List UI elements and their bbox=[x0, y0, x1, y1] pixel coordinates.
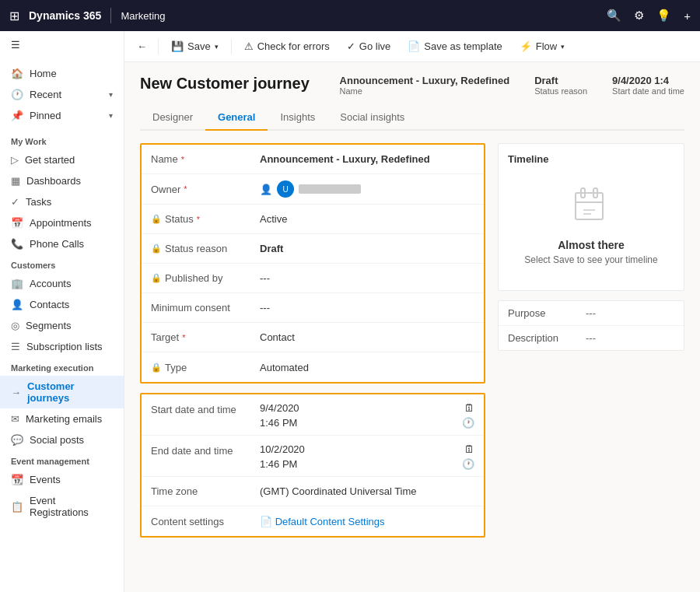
value-target[interactable]: Contact bbox=[260, 331, 474, 343]
save-label: Save bbox=[187, 40, 211, 52]
content-settings-icon: 📄 bbox=[260, 516, 275, 527]
sidebar-item-label: Recent bbox=[30, 89, 61, 100]
sidebar-item-label: Contacts bbox=[30, 299, 69, 310]
sidebar-item-home[interactable]: 🏠 Home bbox=[0, 63, 124, 84]
published-label-text: Published by bbox=[165, 272, 222, 284]
label-consent: Minimum consent bbox=[151, 302, 260, 314]
meta-name: Announcement - Luxury, Redefined Name bbox=[340, 75, 510, 96]
go-live-label: Go live bbox=[359, 40, 390, 52]
label-type: 🔒 Type bbox=[151, 362, 260, 373]
main-area: ← 💾 Save ▾ ⚠ Check for errors ✓ Go live … bbox=[124, 31, 700, 592]
purpose-row: Purpose --- bbox=[499, 301, 684, 326]
type-label-text: Type bbox=[165, 362, 187, 373]
sidebar-item-phone-calls[interactable]: 📞 Phone Calls bbox=[0, 233, 124, 254]
sidebar-item-accounts[interactable]: 🏢 Accounts bbox=[0, 273, 124, 294]
sidebar-item-label: Social posts bbox=[30, 434, 84, 446]
value-timezone[interactable]: (GMT) Coordinated Universal Time bbox=[260, 485, 474, 497]
tab-bar: Designer General Insights Social insight… bbox=[140, 105, 684, 131]
sidebar-item-subscription-lists[interactable]: ☰ Subscription lists bbox=[0, 336, 124, 357]
clock-icon[interactable]: 🕐 bbox=[462, 458, 474, 470]
value-owner[interactable]: 👤 U bbox=[260, 180, 474, 198]
save-template-button[interactable]: 📄 Save as template bbox=[400, 37, 509, 56]
label-status-reason: 🔒 Status reason bbox=[151, 243, 260, 254]
save-button[interactable]: 💾 Save ▾ bbox=[163, 37, 226, 56]
start-date-text: 9/4/2020 bbox=[260, 402, 299, 414]
timeline-empty-desc: Select Save to see your timeline bbox=[524, 254, 657, 265]
tab-general[interactable]: General bbox=[205, 105, 268, 131]
clock-icon[interactable]: 🕐 bbox=[462, 417, 474, 429]
status-label-text: Status bbox=[165, 213, 194, 225]
purpose-label: Purpose bbox=[508, 307, 586, 319]
sidebar-item-pinned[interactable]: 📌 Pinned ▾ bbox=[0, 105, 124, 126]
owner-field: 👤 U bbox=[260, 180, 474, 198]
sidebar-item-contacts[interactable]: 👤 Contacts bbox=[0, 294, 124, 315]
value-content-settings[interactable]: 📄 Default Content Settings bbox=[260, 516, 474, 527]
timeline-empty-icon bbox=[572, 187, 611, 233]
form-row-consent: Minimum consent --- bbox=[142, 293, 484, 323]
page-header-meta: Announcement - Luxury, Redefined Name Dr… bbox=[340, 75, 684, 96]
description-row: Description --- bbox=[499, 326, 684, 350]
content-settings-text: Default Content Settings bbox=[275, 516, 385, 527]
page-title: New Customer journey bbox=[140, 75, 310, 93]
sidebar-item-label: Marketing emails bbox=[26, 413, 102, 425]
value-end-date[interactable]: 10/2/2020 🗓 1:46 PM 🕐 bbox=[260, 443, 474, 470]
sidebar-item-label: Accounts bbox=[30, 278, 71, 289]
sidebar-item-social-posts[interactable]: 💬 Social posts bbox=[0, 429, 124, 450]
description-value[interactable]: --- bbox=[586, 332, 596, 344]
sidebar-item-segments[interactable]: ◎ Segments bbox=[0, 315, 124, 336]
sidebar-item-label: Dashboards bbox=[26, 175, 81, 187]
settings-icon[interactable]: ⚙ bbox=[634, 9, 644, 23]
required-indicator: * bbox=[184, 184, 187, 194]
tasks-icon: ✓ bbox=[11, 196, 19, 208]
app-grid-icon[interactable]: ⊞ bbox=[9, 9, 19, 23]
form-layout: Name * Announcement - Luxury, Redefined … bbox=[140, 143, 684, 547]
recent-icon: 🕐 bbox=[11, 89, 23, 100]
form-row-timezone: Time zone (GMT) Coordinated Universal Ti… bbox=[142, 477, 484, 506]
sidebar-item-marketing-emails[interactable]: ✉ Marketing emails bbox=[0, 408, 124, 429]
purpose-value[interactable]: --- bbox=[586, 307, 596, 319]
label-target: Target * bbox=[151, 331, 260, 343]
tab-social-insights[interactable]: Social insights bbox=[327, 105, 417, 131]
sidebar-item-tasks[interactable]: ✓ Tasks bbox=[0, 191, 124, 212]
owner-name bbox=[299, 184, 361, 194]
form-right: Timeline bbox=[498, 143, 684, 547]
check-errors-button[interactable]: ⚠ Check for errors bbox=[236, 37, 338, 56]
form-row-type: 🔒 Type Automated bbox=[142, 352, 484, 382]
events-icon: 📆 bbox=[11, 474, 23, 485]
go-live-button[interactable]: ✓ Go live bbox=[339, 37, 398, 56]
sidebar-item-appointments[interactable]: 📅 Appointments bbox=[0, 212, 124, 233]
sidebar-item-label: Get started bbox=[25, 154, 75, 166]
form-row-owner: Owner * 👤 U bbox=[142, 174, 484, 205]
value-start-date[interactable]: 9/4/2020 🗓 1:46 PM 🕐 bbox=[260, 402, 474, 429]
sidebar-item-get-started[interactable]: ▷ Get started bbox=[0, 149, 124, 170]
sidebar-item-label: Phone Calls bbox=[30, 238, 84, 250]
sidebar-item-customer-journeys[interactable]: → Customer journeys bbox=[0, 376, 124, 408]
owner-label-text: Owner bbox=[151, 184, 180, 195]
timeline-empty-state: Almost there Select Save to see your tim… bbox=[508, 171, 674, 281]
sidebar-top-nav: 🏠 Home 🕐 Recent ▾ 📌 Pinned ▾ bbox=[0, 58, 124, 131]
value-name[interactable]: Announcement - Luxury, Redefined bbox=[260, 153, 474, 165]
social-icon: 💬 bbox=[11, 434, 23, 446]
tab-designer[interactable]: Designer bbox=[140, 105, 205, 131]
form-left: Name * Announcement - Luxury, Redefined … bbox=[140, 143, 485, 547]
add-icon[interactable]: + bbox=[684, 9, 691, 23]
search-icon[interactable]: 🔍 bbox=[607, 9, 621, 23]
expand-icon: ▾ bbox=[109, 90, 113, 99]
help-icon[interactable]: 💡 bbox=[656, 9, 671, 23]
sidebar-item-event-registrations[interactable]: 📋 Event Registrations bbox=[0, 490, 124, 523]
tab-insights[interactable]: Insights bbox=[268, 105, 327, 131]
label-status: 🔒 Status * bbox=[151, 213, 260, 225]
sidebar-item-label: Segments bbox=[26, 320, 72, 331]
flow-dropdown-icon: ▾ bbox=[561, 43, 565, 51]
sidebar-item-recent[interactable]: 🕐 Recent ▾ bbox=[0, 84, 124, 105]
calendar-icon[interactable]: 🗓 bbox=[464, 443, 474, 455]
flow-button[interactable]: ⚡ Flow ▾ bbox=[512, 37, 572, 56]
back-button[interactable]: ← bbox=[131, 37, 153, 56]
calendar-icon[interactable]: 🗓 bbox=[464, 402, 474, 414]
sidebar-toggle[interactable]: ☰ bbox=[0, 31, 124, 58]
status-reason-label-text: Status reason bbox=[165, 243, 227, 254]
sidebar-item-events[interactable]: 📆 Events bbox=[0, 469, 124, 490]
sidebar-item-dashboards[interactable]: ▦ Dashboards bbox=[0, 170, 124, 191]
save-icon: 💾 bbox=[171, 40, 184, 52]
label-name: Name * bbox=[151, 153, 260, 165]
